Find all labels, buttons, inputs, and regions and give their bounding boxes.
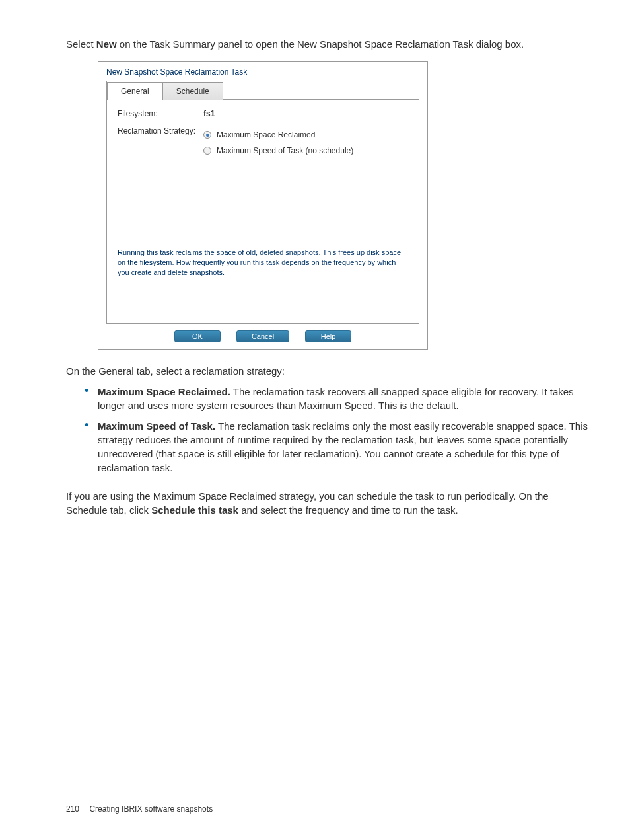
radio-row-max-space[interactable]: Maximum Space Reclaimed (203, 130, 408, 139)
dialog-body: General Schedule Filesystem: fs1 Reclama… (106, 81, 419, 323)
radio-label-max-space: Maximum Space Reclaimed (217, 130, 315, 139)
filesystem-label: Filesystem: (118, 109, 203, 118)
list-item: Maximum Speed of Task. The reclamation t… (85, 419, 590, 475)
page-number: 210 (66, 804, 79, 814)
cancel-button[interactable]: Cancel (236, 330, 289, 342)
dialog-info-text: Running this task reclaims the space of … (118, 248, 408, 278)
list-item: Maximum Space Reclaimed. The reclamation… (85, 385, 590, 412)
trail-suffix: and select the frequency and time to run… (238, 504, 458, 515)
intro-prefix: Select (66, 38, 96, 50)
radio-icon (203, 131, 211, 139)
dialog-title: New Snapshot Space Reclamation Task (98, 67, 427, 81)
filesystem-value: fs1 (203, 109, 215, 118)
intro-bold: New (96, 38, 117, 50)
intro-suffix: on the Task Summary panel to open the Ne… (117, 38, 524, 50)
radio-icon (203, 147, 211, 155)
help-button[interactable]: Help (305, 330, 351, 342)
tab-content-general: Filesystem: fs1 Reclamation Strategy: Ma… (107, 100, 419, 323)
post-lead: On the General tab, select a reclamation… (66, 364, 590, 378)
tab-general[interactable]: General (107, 82, 163, 100)
tab-filler (223, 81, 419, 100)
ok-button[interactable]: OK (174, 330, 221, 342)
bullet-bold: Maximum Speed of Task. (98, 420, 215, 432)
radio-row-max-speed[interactable]: Maximum Speed of Task (no schedule) (203, 146, 408, 155)
strategy-label: Reclamation Strategy: (118, 126, 203, 135)
tab-bar: General Schedule (107, 81, 419, 100)
dialog-window: New Snapshot Space Reclamation Task Gene… (98, 61, 428, 350)
strategy-list: Maximum Space Reclaimed. The reclamation… (85, 385, 590, 475)
tab-schedule[interactable]: Schedule (162, 82, 223, 100)
radio-label-max-speed: Maximum Speed of Task (no schedule) (217, 146, 353, 155)
chapter-title: Creating IBRIX software snapshots (89, 804, 213, 814)
bullet-bold: Maximum Space Reclaimed. (98, 386, 230, 397)
page-footer: 210 Creating IBRIX software snapshots (66, 804, 213, 814)
intro-paragraph: Select New on the Task Summary panel to … (66, 37, 590, 51)
dialog-button-bar: OK Cancel Help (106, 323, 419, 349)
trail-bold: Schedule this task (151, 504, 238, 515)
post-trailing: If you are using the Maximum Space Recla… (66, 489, 590, 517)
